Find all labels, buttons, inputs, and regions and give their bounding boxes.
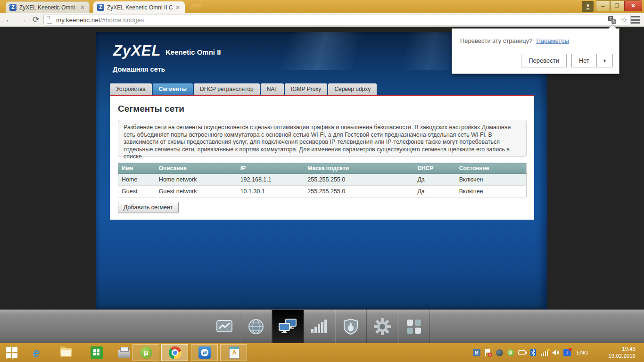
taskbar-file-explorer[interactable] (58, 345, 74, 361)
action-center-flag-icon[interactable]: ✕ (484, 349, 492, 356)
address-bar[interactable]: my.keenetic.net/#home.bridges 文A ☆ (43, 15, 631, 25)
cell-name: Guest (118, 186, 156, 197)
download-manager-icon[interactable]: ↓ (563, 349, 571, 356)
minimize-button[interactable]: ─ (596, 0, 610, 11)
bluetooth-icon[interactable] (529, 349, 537, 356)
nav-firewall[interactable] (335, 310, 367, 343)
back-button[interactable]: ← (4, 14, 15, 25)
col-description: Описание (156, 163, 237, 174)
network-signal-icon[interactable]: ✱ (541, 349, 548, 356)
translate-no-button[interactable]: Нет (571, 54, 596, 67)
page-title: Домашняя сеть (113, 66, 165, 73)
nav-internet[interactable] (240, 310, 272, 343)
new-tab-button[interactable] (188, 4, 204, 10)
store-icon (91, 346, 103, 359)
segments-table: Имя Описание IP Маска подсети DHCP Состо… (118, 163, 527, 197)
chrome-icon (169, 346, 182, 359)
section-tabs: Устройства Сегменты DHCP ретранслятор NA… (110, 83, 377, 95)
translate-confirm-button[interactable]: Перевести (521, 54, 567, 67)
volume-icon[interactable] (552, 349, 560, 356)
globe-icon (248, 318, 264, 335)
cell-dhcp: Да (414, 174, 455, 186)
col-name: Имя (118, 163, 156, 174)
translate-options-link[interactable]: Параметры (536, 37, 569, 44)
cell-ip: 192.168.1.1 (237, 174, 305, 186)
section-title: Сегменты сети (118, 104, 184, 114)
nav-applications[interactable] (398, 310, 430, 343)
tab-title: ZyXEL Keenetic Omni II M (19, 4, 77, 11)
apps-grid-icon (406, 319, 422, 335)
clock-time: 19:43 (608, 346, 636, 353)
cell-state: Включен (456, 186, 527, 197)
translate-question: Перевести эту страницу? (460, 37, 532, 44)
clock-date: 19.02.2016 (608, 353, 636, 360)
maximize-button[interactable]: ❐ (610, 0, 624, 11)
nav-home-network[interactable] (272, 310, 304, 343)
language-indicator[interactable]: ENG (577, 350, 588, 355)
tab-igmp-proxy[interactable]: IGMP Proxy (285, 83, 327, 95)
bluetooth-glyph (530, 349, 536, 356)
tab-title: ZyXEL Keenetic Omni II Ce (107, 4, 173, 11)
cell-description: Home network (156, 174, 237, 186)
chrome-menu-icon[interactable] (631, 16, 640, 24)
cell-dhcp: Да (414, 186, 455, 197)
cell-ip: 10.1.30.1 (237, 186, 305, 197)
browser-viewport: ZyXEL Keenetic Omni II Домашняя сеть Уст… (0, 27, 644, 343)
reload-button[interactable]: ⟳ (30, 14, 41, 25)
taskbar-internet-explorer[interactable]: e (28, 345, 44, 361)
router-bottom-menu (0, 309, 644, 343)
teamviewer-icon-slot[interactable]: ⇄ (197, 345, 213, 361)
browser-tab-2-active[interactable]: Z ZyXEL Keenetic Omni II Ce ✕ (93, 1, 185, 13)
vk-tray-icon[interactable]: B (473, 349, 480, 356)
tab-segments[interactable]: Сегменты (153, 83, 193, 95)
tab-dhcp-relay[interactable]: DHCP ретранслятор (194, 83, 260, 95)
signal-bars-icon (310, 319, 328, 335)
speaker-glyph (552, 349, 560, 356)
printer-icon (118, 350, 130, 358)
profile-button[interactable] (582, 1, 594, 12)
browser-toolbar: ← → ⟳ my.keenetic.net/#home.bridges 文A ☆ (0, 13, 644, 27)
tab-devices[interactable]: Устройства (110, 83, 152, 95)
taskbar-windows-store[interactable] (89, 345, 105, 361)
utorrent-icon-slot[interactable]: µ (138, 345, 154, 361)
translate-no-dropdown[interactable]: ▼ (596, 54, 613, 67)
utorrent-tray-icon[interactable]: µ (507, 349, 514, 356)
nav-system-monitor[interactable] (209, 310, 240, 343)
nav-settings[interactable] (367, 310, 398, 343)
close-button[interactable]: ✕ (624, 0, 642, 11)
add-segment-button[interactable]: Добавить сегмент (118, 202, 179, 213)
forward-button[interactable]: → (17, 14, 28, 25)
shield-icon (343, 318, 359, 335)
table-row[interactable]: Home Home network 192.168.1.1 255.255.25… (118, 174, 527, 186)
chrome-icon-slot[interactable] (167, 345, 183, 361)
gear-icon (373, 318, 391, 336)
system-tray: B ✕ µ ✱ ↓ ENG (473, 343, 588, 362)
col-subnet-mask: Маска подсети (304, 163, 414, 174)
tab-nat[interactable]: NAT (261, 83, 284, 95)
url-path: /#home.bridges (100, 16, 144, 24)
start-button[interactable] (4, 345, 20, 361)
taskbar-printer[interactable] (116, 345, 132, 361)
taskbar-clock[interactable]: 19:43 19.02.2016 (608, 346, 636, 360)
tab-close-icon[interactable]: ✕ (175, 5, 181, 10)
nav-wifi[interactable] (304, 310, 335, 343)
home-network-icon (278, 318, 297, 336)
tab-close-icon[interactable]: ✕ (80, 5, 86, 10)
windows-logo-icon (6, 347, 17, 358)
device-model: Keenetic Omni II (165, 48, 221, 56)
url-host: my.keenetic.net (56, 16, 100, 24)
wordpad-icon-slot[interactable]: A (226, 345, 242, 361)
col-dhcp: DHCP (414, 163, 455, 174)
windows-taskbar: e µ ⇄ A B ✕ µ ✱ (0, 343, 644, 362)
network-globe-icon[interactable] (495, 349, 503, 356)
bookmark-star-icon[interactable]: ☆ (621, 16, 627, 24)
table-header-row: Имя Описание IP Маска подсети DHCP Состо… (118, 163, 527, 174)
browser-titlebar: Z ZyXEL Keenetic Omni II M ✕ Z ZyXEL Kee… (0, 0, 644, 13)
table-row[interactable]: Guest Guest network 10.1.30.1 255.255.25… (118, 186, 527, 197)
url-text: my.keenetic.net/#home.bridges (56, 16, 144, 24)
power-icon[interactable] (518, 349, 526, 356)
content-panel: Сегменты сети Разбиение сети на сегменты… (110, 96, 534, 220)
translate-icon[interactable]: 文A (608, 16, 616, 24)
tab-udpxy-server[interactable]: Сервер udpxy (328, 83, 377, 95)
browser-tab-1[interactable]: Z ZyXEL Keenetic Omni II M ✕ (6, 1, 90, 13)
